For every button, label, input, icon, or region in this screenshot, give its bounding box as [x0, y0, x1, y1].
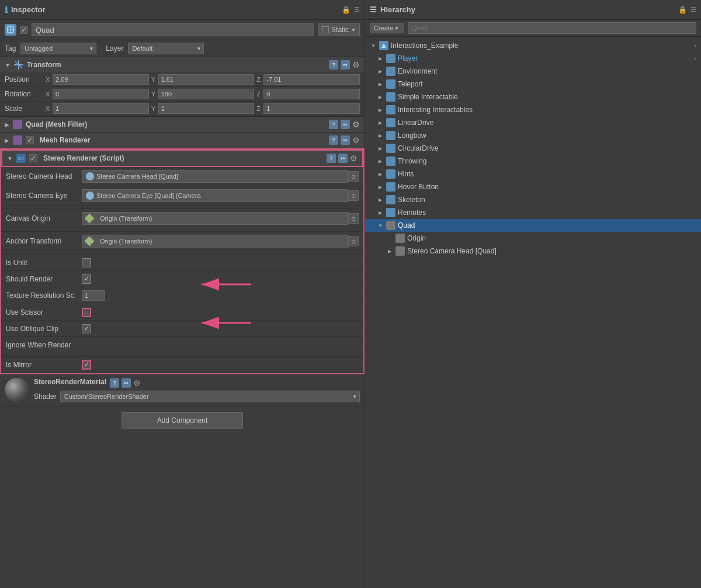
tree-item-hover-button[interactable]: ▶ Hover Button	[365, 180, 701, 193]
create-button[interactable]: Create ▼	[370, 23, 404, 33]
is-mirror-checkbox[interactable]: ✓	[82, 360, 91, 370]
interesting-interactables-icon	[386, 105, 395, 114]
tree-item-circulardrive[interactable]: ▶ CircularDrive	[365, 142, 701, 155]
camera-eye-obj-icon	[86, 192, 94, 200]
lock-icon[interactable]: 🔒	[342, 6, 350, 14]
mesh-renderer-active-checkbox[interactable]: ✓	[26, 136, 34, 144]
longbow-expand-icon[interactable]: ▶	[377, 132, 384, 139]
stereo-renderer-header[interactable]: ▼ C# ✓ Stereo Renderer (Script) ? ⇔ ⚙	[1, 149, 363, 167]
hierarchy-tree: ▼ Interactions_Example › ▶ Player › ▶ En…	[365, 37, 701, 588]
hierarchy-menu-icon[interactable]: ☰	[690, 6, 696, 13]
remotes-expand-icon[interactable]: ▶	[377, 209, 384, 216]
shader-dropdown[interactable]: Custom/StereoRenderShader	[60, 391, 360, 402]
rotation-z-input[interactable]: 0	[263, 89, 360, 99]
rotation-x-input[interactable]: 0	[53, 89, 149, 99]
player-expand-icon[interactable]: ▶	[377, 55, 384, 62]
throwing-expand-icon[interactable]: ▶	[377, 158, 384, 165]
lineardrive-expand-icon[interactable]: ▶	[377, 119, 384, 126]
mesh-renderer-header[interactable]: ▶ ✓ Mesh Renderer ? ⇔ ⚙	[0, 133, 365, 148]
tree-item-origin[interactable]: Origin	[365, 232, 701, 245]
mesh-filter-help-btn[interactable]: ?	[329, 120, 338, 129]
rotation-y-input[interactable]: 180	[158, 89, 255, 99]
is-unlit-checkbox[interactable]	[82, 258, 91, 267]
tag-dropdown[interactable]: Untagged	[20, 43, 96, 54]
hints-expand-icon[interactable]: ▶	[377, 171, 384, 178]
menu-icon[interactable]: ☰	[354, 6, 360, 13]
layer-dropdown[interactable]: Default	[128, 43, 204, 54]
anchor-transform-target-btn[interactable]: ⊙	[348, 236, 359, 246]
transform-gear-icon[interactable]: ⚙	[352, 60, 360, 69]
tree-item-environment[interactable]: ▶ Environment	[365, 65, 701, 78]
position-x-input[interactable]: 2.09	[53, 74, 149, 85]
mesh-filter-expand-arrow[interactable]: ▶	[5, 121, 9, 128]
tree-item-skeleton[interactable]: ▶ Skeleton	[365, 193, 701, 206]
scale-label: Scale	[5, 105, 46, 113]
stereo-renderer-expand-arrow[interactable]: ▼	[7, 155, 13, 162]
tree-item-longbow[interactable]: ▶ Longbow	[365, 129, 701, 142]
tree-item-root[interactable]: ▼ Interactions_Example ›	[365, 39, 701, 52]
static-dropdown-arrow[interactable]: ▼	[351, 27, 356, 33]
rotation-z-label: Z	[256, 91, 262, 98]
quad-expand-icon[interactable]: ▼	[377, 222, 384, 229]
use-oblique-clip-checkbox[interactable]: ✓	[82, 324, 91, 333]
stereo-renderer-help-btn[interactable]: ?	[327, 154, 336, 163]
tree-item-lineardrive[interactable]: ▶ LinearDrive	[365, 116, 701, 129]
mesh-renderer-expand-arrow[interactable]: ▶	[5, 137, 9, 144]
tree-item-teleport[interactable]: ▶ Teleport	[365, 78, 701, 91]
gameobject-active-checkbox[interactable]: ✓	[20, 26, 28, 34]
mesh-filter-gear-icon[interactable]: ⚙	[352, 120, 360, 129]
transform-move-btn[interactable]: ⇔	[341, 60, 350, 69]
material-help-btn[interactable]: ?	[110, 378, 119, 388]
stereo-camera-head-target-btn[interactable]: ⊙	[348, 171, 359, 182]
scale-x-input[interactable]: 1	[53, 103, 149, 114]
add-component-button[interactable]: Add Component	[122, 412, 244, 429]
interesting-interactables-expand-icon[interactable]: ▶	[377, 106, 384, 113]
mesh-renderer-help-btn[interactable]: ?	[329, 135, 338, 145]
stereo-renderer-move-btn[interactable]: ⇔	[338, 154, 348, 163]
teleport-expand-icon[interactable]: ▶	[377, 81, 384, 88]
use-scissor-row: Use Scissor	[1, 304, 363, 321]
tree-item-stereo-camera-head-quad[interactable]: ▶ Stereo Camera Head [Quad]	[365, 245, 701, 258]
scale-z-input[interactable]: 1	[263, 103, 360, 114]
stereo-camera-eye-target-btn[interactable]: ⊙	[348, 190, 359, 201]
skeleton-expand-icon[interactable]: ▶	[377, 196, 384, 203]
should-render-checkbox[interactable]: ✓	[82, 274, 91, 284]
stereo-renderer-active-checkbox[interactable]: ✓	[29, 154, 37, 162]
transform-header[interactable]: ▼ Transform ? ⇔ ⚙	[0, 57, 365, 72]
stereo-camera-head-expand-icon[interactable]: ▶	[386, 248, 393, 255]
transform-help-btn[interactable]: ?	[329, 60, 338, 69]
tree-item-hints[interactable]: ▶ Hints	[365, 168, 701, 180]
canvas-origin-target-btn[interactable]: ⊙	[348, 213, 359, 224]
hierarchy-search-input[interactable]	[408, 22, 696, 34]
mesh-renderer-gear-icon[interactable]: ⚙	[352, 135, 360, 145]
circulardrive-expand-icon[interactable]: ▶	[377, 145, 384, 152]
position-y-input[interactable]: 1.61	[158, 74, 255, 85]
texture-resolution-input[interactable]	[82, 290, 105, 301]
use-scissor-checkbox[interactable]	[82, 308, 91, 317]
scale-y-input[interactable]: 1	[158, 103, 255, 114]
environment-expand-icon[interactable]: ▶	[377, 68, 384, 75]
simple-interactable-expand-icon[interactable]: ▶	[377, 93, 384, 100]
static-button[interactable]: Static ▼	[318, 23, 360, 36]
gameobject-name-input[interactable]: Quad	[32, 23, 314, 36]
transform-expand-arrow[interactable]: ▼	[5, 62, 11, 68]
material-gear-icon[interactable]: ⚙	[133, 378, 141, 388]
root-expand-icon[interactable]: ▼	[370, 42, 377, 49]
mesh-renderer-move-btn[interactable]: ⇔	[341, 135, 350, 145]
circulardrive-label: CircularDrive	[398, 144, 438, 152]
hierarchy-lock-icon[interactable]: 🔒	[678, 6, 687, 14]
tree-item-remotes[interactable]: ▶ Remotes	[365, 206, 701, 219]
transform-component-icons: ? ⇔ ⚙	[329, 60, 360, 69]
position-z-input[interactable]: -7.01	[263, 74, 360, 85]
material-move-btn[interactable]: ⇔	[122, 378, 131, 388]
mesh-filter-header[interactable]: ▶ Quad (Mesh Filter) ? ⇔ ⚙	[0, 117, 365, 132]
mesh-filter-move-btn[interactable]: ⇔	[341, 120, 350, 129]
tree-item-interesting-interactables[interactable]: ▶ Interesting Interactables	[365, 103, 701, 116]
tree-item-simple-interactable[interactable]: ▶ Simple Interactable	[365, 91, 701, 103]
tree-item-quad[interactable]: ▼ Quad	[365, 219, 701, 232]
canvas-origin-text: Origin (Transform)	[100, 215, 152, 222]
tree-item-player[interactable]: ▶ Player ›	[365, 52, 701, 65]
hover-button-expand-icon[interactable]: ▶	[377, 183, 384, 190]
tree-item-throwing[interactable]: ▶ Throwing	[365, 155, 701, 168]
stereo-renderer-gear-icon[interactable]: ⚙	[350, 154, 358, 163]
